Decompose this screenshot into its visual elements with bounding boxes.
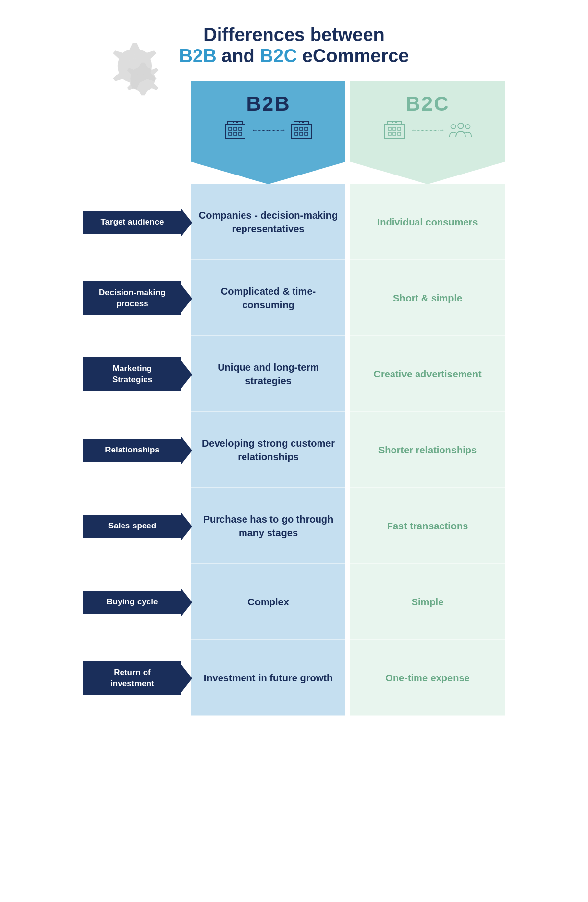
row-label-badge: Relationships <box>83 439 181 461</box>
svg-rect-19 <box>305 132 308 135</box>
b2c-building-icon <box>382 121 407 139</box>
row-b2c-cell: Fast transactions <box>350 488 505 564</box>
column-headers-row: B2B <box>83 81 505 184</box>
svg-rect-15 <box>300 127 303 130</box>
svg-point-34 <box>466 125 470 129</box>
b2b-value: Complicated & time-consuming <box>198 284 338 312</box>
title-ecommerce: eCommerce <box>297 46 409 66</box>
row-label-cell: Relationships <box>83 412 191 488</box>
svg-rect-4 <box>229 127 232 130</box>
b2b-arrow-icon: ←·················→ <box>251 126 285 134</box>
header-spacer <box>83 81 191 184</box>
title-b2c: B2C <box>260 46 297 66</box>
row-label-badge: Buying cycle <box>83 591 181 613</box>
b2c-value: Individual consumers <box>377 215 478 229</box>
row-label-badge: Marketing Strategies <box>83 357 181 391</box>
b2b-value: Complex <box>247 595 289 609</box>
b2b-value: Unique and long-term strategies <box>198 360 338 388</box>
row-b2b-cell: Purchase has to go through many stages <box>191 488 345 564</box>
b2c-value: Short & simple <box>393 291 462 305</box>
svg-rect-31 <box>395 121 397 123</box>
svg-rect-11 <box>236 121 238 123</box>
row-label-badge: Target audience <box>83 211 181 233</box>
building-left-icon <box>223 121 247 139</box>
table-row: Decision-making process Complicated & ti… <box>83 260 505 336</box>
svg-rect-29 <box>398 132 401 135</box>
row-b2c-cell: Shorter relationships <box>350 412 505 488</box>
svg-rect-20 <box>299 121 300 123</box>
table-row: Marketing Strategies Unique and long-ter… <box>83 336 505 412</box>
row-label-cell: Buying cycle <box>83 564 191 640</box>
row-b2c-cell: Individual consumers <box>350 184 505 260</box>
row-b2b-cell: Companies - decision-making representati… <box>191 184 345 260</box>
title-b2b: B2B <box>179 46 217 66</box>
svg-rect-18 <box>300 132 303 135</box>
comparison-table: B2B <box>83 81 505 716</box>
svg-rect-10 <box>233 121 234 123</box>
svg-rect-3 <box>228 122 243 125</box>
svg-point-32 <box>458 123 464 129</box>
table-row: Buying cycle Complex Simple <box>83 564 505 640</box>
title-and: and <box>217 46 260 66</box>
building-right-icon <box>289 121 314 139</box>
svg-rect-16 <box>305 127 308 130</box>
row-label-cell: Marketing Strategies <box>83 336 191 412</box>
svg-rect-9 <box>239 132 242 135</box>
svg-rect-6 <box>239 127 242 130</box>
svg-rect-8 <box>234 132 237 135</box>
table-row: Target audience Companies - decision-mak… <box>83 184 505 260</box>
row-label-badge: Sales speed <box>83 515 181 537</box>
b2c-column-header: B2C <box>350 81 505 184</box>
table-row: Relationships Developing strong customer… <box>83 412 505 488</box>
svg-rect-13 <box>294 122 309 125</box>
b2c-value: Shorter relationships <box>378 443 477 457</box>
people-icon <box>448 121 473 139</box>
svg-rect-26 <box>398 127 401 130</box>
svg-rect-27 <box>388 132 391 135</box>
row-b2b-cell: Developing strong customer relationships <box>191 412 345 488</box>
row-b2c-cell: One-time expense <box>350 640 505 716</box>
svg-rect-30 <box>392 121 393 123</box>
table-row: Return of investment Investment in futur… <box>83 640 505 716</box>
svg-point-33 <box>451 125 455 129</box>
b2c-label: B2C <box>405 92 449 116</box>
svg-rect-2 <box>225 125 245 138</box>
b2b-label: B2B <box>246 92 290 116</box>
svg-rect-24 <box>388 127 391 130</box>
row-b2b-cell: Unique and long-term strategies <box>191 336 345 412</box>
row-label-badge: Decision-making process <box>83 281 181 315</box>
b2c-value: Simple <box>412 595 444 609</box>
svg-rect-12 <box>292 125 311 138</box>
b2b-value: Investment in future growth <box>204 671 333 685</box>
svg-rect-23 <box>387 122 402 125</box>
row-label-cell: Return of investment <box>83 640 191 716</box>
svg-rect-21 <box>302 121 304 123</box>
row-label-badge: Return of investment <box>83 661 181 695</box>
svg-rect-28 <box>393 132 396 135</box>
row-b2b-cell: Complicated & time-consuming <box>191 260 345 336</box>
b2c-value: Creative advertisement <box>373 367 481 381</box>
svg-rect-17 <box>295 132 298 135</box>
rows-container: Target audience Companies - decision-mak… <box>83 184 505 716</box>
row-label-cell: Target audience <box>83 184 191 260</box>
b2b-column-header: B2B <box>191 81 345 184</box>
svg-rect-5 <box>234 127 237 130</box>
svg-rect-22 <box>385 125 404 138</box>
b2b-value: Companies - decision-making representati… <box>198 208 338 236</box>
row-b2b-cell: Investment in future growth <box>191 640 345 716</box>
row-b2c-cell: Short & simple <box>350 260 505 336</box>
b2c-icon-row: ←·················→ <box>382 121 472 139</box>
b2c-value: Fast transactions <box>387 519 468 533</box>
svg-rect-25 <box>393 127 396 130</box>
svg-rect-7 <box>229 132 232 135</box>
row-b2c-cell: Simple <box>350 564 505 640</box>
b2c-value: One-time expense <box>385 671 469 685</box>
row-label-cell: Decision-making process <box>83 260 191 336</box>
b2b-icon-row: ←·················→ <box>223 121 313 139</box>
b2c-arrow-icon: ←·················→ <box>411 126 444 134</box>
row-b2b-cell: Complex <box>191 564 345 640</box>
svg-rect-14 <box>295 127 298 130</box>
row-label-cell: Sales speed <box>83 488 191 564</box>
b2b-value: Purchase has to go through many stages <box>198 512 338 540</box>
row-b2c-cell: Creative advertisement <box>350 336 505 412</box>
